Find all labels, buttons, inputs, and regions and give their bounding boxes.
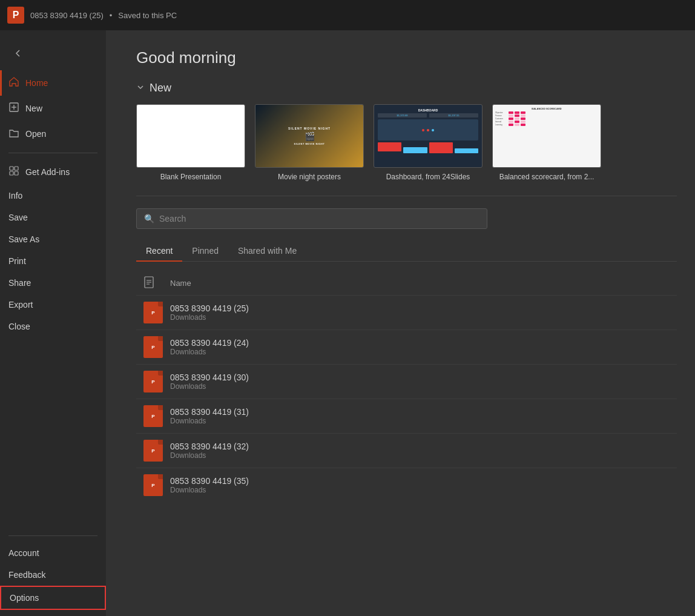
svg-rect-3 [10,167,13,170]
sidebar-divider-1 [8,153,97,153]
sidebar: Home New [0,30,106,616]
file-list-header: Name [136,271,677,295]
ppt-icon-0: P [143,302,163,323]
template-dashboard[interactable]: DASHBOARD $1,373.68 $1,237.55 [374,104,483,181]
tab-recent[interactable]: Recent [136,241,182,262]
file-row[interactable]: P 0853 8390 4419 (35) Downloads [136,468,677,502]
file-path-3: Downloads [170,417,249,425]
tab-shared[interactable]: Shared with Me [228,241,306,262]
sidebar-item-feedback[interactable]: Feedback [0,564,106,586]
file-info-1: 0853 8390 4419 (24) Downloads [170,338,249,356]
template-scorecard-label: Balanced scorecard, from 2... [499,173,595,181]
sidebar-print-label: Print [8,256,26,266]
templates-row: Blank Presentation SILENT MOVIE NIGHT 🎬 … [136,104,677,181]
sidebar-divider-2 [8,535,97,536]
sidebar-item-options[interactable]: Options [0,586,106,610]
sidebar-item-print[interactable]: Print [0,250,106,272]
greeting-text: Good morning [136,48,677,67]
sidebar-item-home-label: Home [25,78,48,88]
search-input[interactable] [159,214,479,224]
file-row[interactable]: P 0853 8390 4419 (25) Downloads [136,295,677,330]
file-list: Name P 0853 8390 4419 (25) Downloads P 0… [136,271,677,502]
sidebar-bottom: Account Feedback Options [0,529,106,616]
search-icon: 🔍 [144,214,154,224]
sidebar-item-new[interactable]: New [0,96,106,121]
file-info-0: 0853 8390 4419 (25) Downloads [170,303,249,322]
sidebar-top: Home New [0,30,106,343]
ppt-icon-2: P [143,371,163,392]
ppt-icon-1: P [143,336,163,358]
file-info-3: 0853 8390 4419 (31) Downloads [170,407,249,425]
collapse-button[interactable] [136,83,145,93]
sidebar-item-new-label: New [25,104,42,113]
sidebar-item-saveas[interactable]: Save As [0,228,106,250]
sidebar-saveas-label: Save As [8,234,39,244]
sidebar-item-open[interactable]: Open [0,121,106,147]
file-row[interactable]: P 0853 8390 4419 (32) Downloads [136,433,677,468]
file-name-2: 0853 8390 4419 (30) [170,373,249,382]
file-row[interactable]: P 0853 8390 4419 (30) Downloads [136,364,677,399]
file-name-1: 0853 8390 4419 (24) [170,338,249,348]
content-area: Good morning New Blank Presentation SI [106,30,695,616]
file-path-4: Downloads [170,451,249,460]
sidebar-account-label: Account [8,548,39,558]
file-row[interactable]: P 0853 8390 4419 (31) Downloads [136,399,677,433]
sidebar-feedback-label: Feedback [8,570,45,580]
file-row[interactable]: P 0853 8390 4419 (24) Downloads [136,330,677,364]
sidebar-info-label: Info [8,191,22,200]
sidebar-item-close[interactable]: Close [0,316,106,337]
template-scorecard[interactable]: BALANCED SCORECARD Objective Finance [492,104,601,181]
sidebar-item-open-label: Open [25,129,46,139]
sidebar-save-label: Save [8,213,28,222]
svg-rect-5 [10,171,13,175]
titlebar: P 0853 8390 4419 (25) • Saved to this PC [0,0,695,30]
tab-pinned[interactable]: Pinned [182,241,228,262]
sidebar-export-label: Export [8,300,33,310]
sidebar-item-share[interactable]: Share [0,272,106,294]
new-icon [8,102,19,115]
template-movie[interactable]: SILENT MOVIE NIGHT 🎬 SILENT MOVIE NIGHT … [255,104,364,181]
ppt-icon-4: P [143,440,163,462]
sidebar-item-account[interactable]: Account [0,542,106,564]
back-button[interactable] [6,41,30,65]
file-name-5: 0853 8390 4419 (35) [170,476,249,486]
file-path-0: Downloads [170,313,249,322]
file-path-5: Downloads [170,486,249,494]
svg-rect-6 [15,171,18,175]
file-info-2: 0853 8390 4419 (30) Downloads [170,373,249,391]
app-logo: P [7,7,24,24]
open-icon [8,127,19,141]
sidebar-item-addins[interactable]: Get Add-ins [0,159,106,185]
sidebar-share-label: Share [8,278,31,288]
file-name-col-header: Name [170,279,670,288]
new-section-header: New [136,82,677,94]
main-layout: Home New [0,30,695,616]
sidebar-item-addins-label: Get Add-ins [25,167,70,177]
template-blank[interactable]: Blank Presentation [136,104,245,181]
template-dashboard-label: Dashboard, from 24Slides [386,173,470,181]
template-movie-label: Movie night posters [278,173,341,181]
file-path-2: Downloads [170,382,249,391]
template-thumb-dashboard: DASHBOARD $1,373.68 $1,237.55 [374,104,483,168]
ppt-icon-3: P [143,405,163,427]
template-thumb-scorecard: BALANCED SCORECARD Objective Finance [492,104,601,168]
file-name-3: 0853 8390 4419 (31) [170,407,249,417]
sidebar-item-info[interactable]: Info [0,185,106,207]
sidebar-item-save[interactable]: Save [0,207,106,228]
red-arrow-annotation [106,91,131,188]
file-icon-col-header [143,276,163,290]
template-thumb-blank [136,104,245,168]
titlebar-dot: • [110,11,113,20]
search-bar[interactable]: 🔍 [136,208,487,229]
section-divider [136,196,677,196]
sidebar-item-home[interactable]: Home [0,70,106,96]
sidebar-item-export[interactable]: Export [0,294,106,316]
svg-rect-4 [15,167,18,170]
ppt-icon-5: P [143,474,163,496]
sidebar-options-label: Options [10,593,39,603]
file-path-1: Downloads [170,348,249,356]
addins-icon [8,165,19,179]
file-info-5: 0853 8390 4419 (35) Downloads [170,476,249,494]
new-section-title: New [150,82,171,94]
tabs: Recent Pinned Shared with Me [136,241,677,262]
